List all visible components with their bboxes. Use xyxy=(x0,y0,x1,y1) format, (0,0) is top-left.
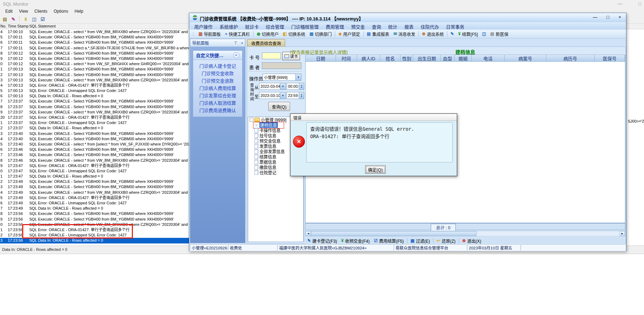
grid-column-3[interactable]: 姓名 xyxy=(380,55,401,61)
minimize-icon[interactable]: — xyxy=(593,14,597,20)
horizontal-scrollbar[interactable]: ◀ ▶ xyxy=(305,231,625,236)
app-menu-11[interactable]: 日常事务 xyxy=(442,22,468,30)
app-menu-5[interactable]: 费用管理 xyxy=(322,22,348,30)
card-no-input[interactable] xyxy=(262,52,281,59)
chevron-up-icon[interactable]: « xyxy=(233,52,239,58)
chevron-down-icon[interactable]: ▼ xyxy=(280,92,286,99)
create-card-button[interactable]: ✎建卡登记(F3) xyxy=(305,237,339,244)
restore-button[interactable]: ↩还原(Z) xyxy=(435,237,458,244)
pin-icon[interactable]: ⊤ xyxy=(234,41,238,45)
sql-log-row[interactable]: 2017:23:37SQL Error: ORACLE - ORA-01427:… xyxy=(0,115,189,120)
switch-dept-button[interactable]: ▦切换部门 xyxy=(307,30,334,37)
to-time-spinner[interactable]: 23:59:59 ▲▼ xyxy=(287,92,304,99)
app-menu-1[interactable]: 系统维护 xyxy=(216,22,241,30)
sql-log-row[interactable]: 217:23:37SQL Data In: ORACLE - Rows affe… xyxy=(0,125,189,131)
switch-user-button[interactable]: ◉切换用户 xyxy=(254,30,281,37)
maximize-icon[interactable]: □ xyxy=(607,14,609,20)
column-sql-statement[interactable]: SQL Statement xyxy=(29,24,56,28)
nav-item[interactable]: 门诊预交金退款 xyxy=(193,77,242,84)
app-menu-9[interactable]: 报表 xyxy=(401,22,417,30)
sql-log-row[interactable]: 517:00:13SQL Error: ORACLE - Unmapped SQ… xyxy=(0,88,189,93)
sql-log-row[interactable]: 717:23:37SQL Execute: ORACLE - Select YG… xyxy=(0,99,189,104)
nav-item[interactable]: 门诊预交金收款 xyxy=(193,69,242,77)
app-menu-2[interactable]: 就诊卡 xyxy=(241,22,262,30)
column-no[interactable]: No. xyxy=(0,24,6,28)
from-time-spinner[interactable]: 00:00:00 ▲▼ xyxy=(287,83,304,90)
sql-log-row[interactable]: 317:23:56SQL Data In: ORACLE - Rows affe… xyxy=(0,238,189,243)
sql-log-list[interactable]: 417:00:10SQL Execute: ORACLE - select * … xyxy=(0,29,189,244)
sql-log-row[interactable]: 917:23:37SQL Execute: ORACLE - select * … xyxy=(0,110,189,115)
exit-system-button[interactable]: ⊗退出系统 xyxy=(420,30,446,37)
sql-log-row[interactable]: 317:00:13SQL Execute: ORACLE - select * … xyxy=(0,78,189,83)
maximize-icon[interactable]: □ xyxy=(638,1,641,6)
sql-log-row[interactable]: 917:23:47SQL Error: ORACLE - ORA-01427: … xyxy=(0,163,189,168)
sql-log-row[interactable]: 917:23:56SQL Execute: ORACLE - Select YG… xyxy=(0,217,189,222)
app-menu-0[interactable]: 用户操作 xyxy=(191,22,216,30)
spinner-icon[interactable]: ▲▼ xyxy=(299,83,304,89)
sql-log-row[interactable]: 617:00:13SQL Data In: ORACLE - Rows affe… xyxy=(0,93,189,99)
sql-log-row[interactable]: 717:00:11SQL Execute: ORACLE - select a.… xyxy=(0,45,189,51)
expander-icon[interactable]: - xyxy=(250,118,253,122)
scroll-right-icon[interactable]: ▶ xyxy=(620,231,625,236)
minimize-icon[interactable]: — xyxy=(618,1,622,6)
menu-edit[interactable]: Edit xyxy=(2,8,16,15)
edit-button[interactable]: ✎ xyxy=(448,30,456,37)
sql-log-row[interactable]: 717:23:49SQL Data In: ORACLE - Rows affe… xyxy=(0,206,189,211)
close-icon[interactable]: × xyxy=(241,41,243,45)
operator-select[interactable]: 小管理 [9999] ▼ xyxy=(263,74,301,81)
user-lock-button[interactable]: ◈用户锁定 xyxy=(336,30,362,37)
settle-button[interactable]: ¥结算[F5] xyxy=(456,30,480,37)
nav-panel-button[interactable]: ▥导航面板 xyxy=(196,30,223,37)
sql-log-row[interactable]: 017:00:12SQL Execute: ORACLE - select * … xyxy=(0,61,189,67)
sql-log-row[interactable]: 117:23:37SQL Error: ORACLE - Unmapped SQ… xyxy=(0,120,189,125)
grid-column-10[interactable]: 病历号 xyxy=(546,55,595,61)
new-insurance-button[interactable]: ▤新医保 xyxy=(488,30,510,37)
nav-item[interactable]: 门诊病人取消结算 xyxy=(193,99,242,106)
grid-column-8[interactable]: 电话 xyxy=(472,55,505,61)
panel-toggle-button[interactable]: ◫ xyxy=(480,30,488,37)
app-titlebar[interactable]: 门诊收费管理系统 【收费处--小管理--9999】 ---- IP: 10.16… xyxy=(189,13,626,22)
scroll-left-icon[interactable]: ◀ xyxy=(306,231,311,236)
sql-log-row[interactable]: 517:23:40SQL Execute: ORACLE - select * … xyxy=(0,142,189,147)
grid-column-5[interactable]: 出生日期 xyxy=(413,55,441,61)
sql-log-row[interactable]: 117:00:13SQL Execute: ORACLE - Select YG… xyxy=(0,67,189,72)
query-button[interactable]: 查询(Q) xyxy=(268,102,290,111)
windows-icon[interactable]: ◫ xyxy=(30,16,38,23)
dialog-titlebar[interactable]: 错误 xyxy=(290,114,457,121)
grid-column-9[interactable]: 病案号 xyxy=(505,55,546,61)
fee-settle-button[interactable]: ☑费用结算(F5) xyxy=(372,237,406,244)
sql-log-row[interactable]: 317:23:49SQL Execute: ORACLE - Select YG… xyxy=(0,184,189,190)
sql-log-row[interactable]: 517:00:11SQL Execute: ORACLE - Select YG… xyxy=(0,35,189,40)
sql-log-row[interactable]: 917:00:12SQL Execute: ORACLE - Select YG… xyxy=(0,56,189,61)
app-menu-10[interactable]: 住院代办 xyxy=(417,22,442,30)
chevron-down-icon[interactable]: ▼ xyxy=(295,74,301,80)
sql-log-row[interactable]: 117:23:47SQL Data In: ORACLE - Rows affe… xyxy=(0,174,189,179)
grid-column-1[interactable]: 时间 xyxy=(336,55,357,61)
nav-item[interactable]: 门诊费用退费确认 xyxy=(193,106,242,114)
sql-log-row[interactable]: 617:23:49SQL Error: ORACLE - Unmapped SQ… xyxy=(0,200,189,206)
column-time-stamp[interactable]: Time Stamp xyxy=(8,24,29,28)
tab-cashier-query[interactable]: 收费员综合查询 xyxy=(247,39,285,47)
sql-log-row[interactable]: 417:23:49SQL Execute: ORACLE - select * … xyxy=(0,190,189,195)
sql-log-row[interactable]: 617:00:11SQL Execute: ORACLE - Select YG… xyxy=(0,40,189,45)
exit-button[interactable]: ⊗退出(X) xyxy=(460,237,483,244)
grid-column-4[interactable]: 性别 xyxy=(400,55,413,61)
sql-log-row[interactable]: 817:23:56SQL Execute: ORACLE - Select YG… xyxy=(0,211,189,216)
nav-item[interactable]: 门诊病人建卡登记 xyxy=(193,62,242,69)
switch-system-button[interactable]: ◧切换系统 xyxy=(281,30,307,37)
grid-column-7[interactable]: 婚姻 xyxy=(455,55,472,61)
grid-column-2[interactable]: 病人ID xyxy=(357,55,380,61)
menu-help[interactable]: Help xyxy=(72,8,87,15)
spinner-icon[interactable]: ▲▼ xyxy=(299,92,304,99)
patient-input[interactable] xyxy=(262,62,301,69)
grid-column-6[interactable]: 血型 xyxy=(441,55,455,61)
menu-options[interactable]: Options xyxy=(50,8,71,15)
sql-log-row[interactable]: 217:00:13SQL Execute: ORACLE - Select YG… xyxy=(0,72,189,78)
sql-log-row[interactable]: 517:23:49SQL Error: ORACLE - ORA-01427: … xyxy=(0,195,189,200)
sql-log-row[interactable]: 417:00:13SQL Error: ORACLE - ORA-01427: … xyxy=(0,83,189,88)
ok-button[interactable]: 确定(Q) xyxy=(365,165,386,174)
scrollbar-thumb[interactable] xyxy=(311,231,477,236)
app-menu-6[interactable]: 预交金 xyxy=(348,22,368,30)
sql-log-row[interactable]: 017:23:47SQL Error: ORACLE - Unmapped SQ… xyxy=(0,168,189,174)
grid-column-0[interactable]: 日期 xyxy=(306,55,336,61)
